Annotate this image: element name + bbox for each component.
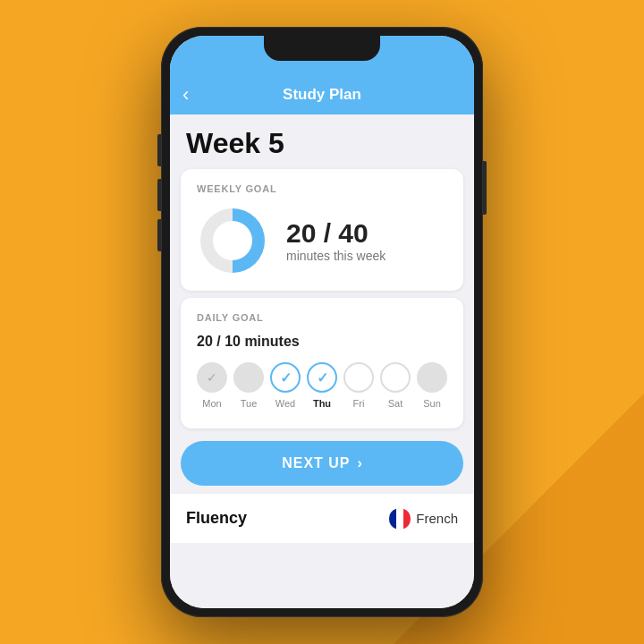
day-sun: Sun	[417, 362, 447, 409]
day-circle-mon: ✓	[197, 362, 227, 393]
progress-pie-chart	[197, 205, 268, 276]
day-thu: ✓ Thu	[307, 362, 337, 409]
language-badge: French	[389, 508, 458, 530]
phone-notch	[264, 36, 380, 61]
day-fri: Fri	[343, 362, 374, 409]
day-circle-tue	[233, 362, 264, 393]
day-tue: Tue	[233, 362, 264, 409]
weekly-goal-label: WEEKLY GOAL	[197, 183, 447, 194]
svg-point-1	[213, 221, 252, 260]
days-row: ✓ Mon Tue ✓ Wed	[197, 362, 447, 409]
day-label-tue: Tue	[241, 398, 258, 409]
day-label-fri: Fri	[353, 398, 365, 409]
next-up-label: NEXT UP	[282, 455, 350, 471]
day-label-sat: Sat	[388, 398, 403, 409]
day-check-wed: ✓	[280, 369, 292, 386]
daily-minutes: 20 / 10 minutes	[197, 334, 447, 350]
day-check-mon: ✓	[207, 370, 217, 385]
day-wed: ✓ Wed	[270, 362, 301, 409]
day-check-thu: ✓	[317, 369, 328, 386]
daily-goal-label: DAILY GOAL	[197, 312, 447, 323]
nav-title: Study Plan	[283, 86, 361, 104]
day-label-thu: Thu	[313, 398, 331, 409]
day-label-wed: Wed	[275, 398, 295, 409]
day-circle-sun	[417, 362, 447, 393]
goal-fraction: 20 / 40	[286, 218, 386, 249]
day-circle-sat	[380, 362, 411, 393]
nav-bar: ‹ Study Plan	[170, 75, 474, 114]
day-label-mon: Mon	[202, 398, 221, 409]
french-flag-icon	[389, 508, 411, 530]
goal-subtitle: minutes this week	[286, 249, 386, 263]
week-header: Week 5	[170, 114, 474, 169]
day-mon: ✓ Mon	[197, 362, 227, 409]
fluency-label: Fluency	[186, 509, 247, 528]
daily-goal-card: DAILY GOAL 20 / 10 minutes ✓ Mon Tue	[181, 298, 463, 428]
back-button[interactable]: ‹	[182, 83, 189, 106]
goal-text: 20 / 40 minutes this week	[286, 218, 386, 263]
day-label-sun: Sun	[423, 398, 441, 409]
phone-shell: ‹ Study Plan Week 5 WEEKLY GOAL	[161, 27, 483, 617]
phone-screen: ‹ Study Plan Week 5 WEEKLY GOAL	[170, 36, 474, 608]
day-circle-fri	[343, 362, 374, 393]
bottom-bar: Fluency French	[170, 493, 474, 543]
weekly-goal-card: WEEKLY GOAL 20 / 40 minutes this week	[181, 169, 463, 291]
weekly-goal-row: 20 / 40 minutes this week	[197, 205, 447, 276]
language-label: French	[416, 511, 458, 526]
day-circle-wed: ✓	[270, 362, 301, 393]
next-up-arrow-icon: ›	[358, 455, 362, 471]
day-circle-thu: ✓	[307, 362, 337, 393]
week-title: Week 5	[186, 127, 458, 160]
day-sat: Sat	[380, 362, 411, 409]
next-up-button[interactable]: NEXT UP ›	[181, 441, 463, 486]
content-area: Week 5 WEEKLY GOAL 20 / 40	[170, 114, 474, 608]
